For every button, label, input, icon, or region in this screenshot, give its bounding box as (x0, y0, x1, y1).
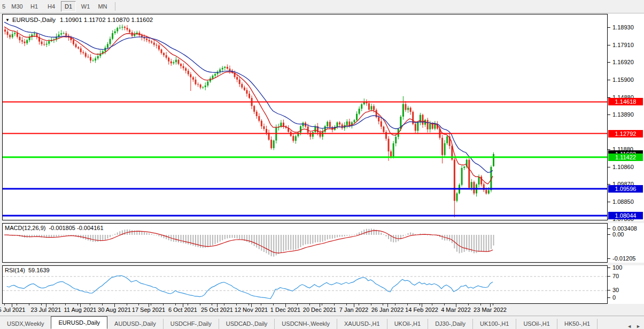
price-axis-label: 1.16920 (612, 59, 634, 65)
date-minor-tick (212, 304, 212, 305)
symbol-dropdown-icon[interactable]: ▼ (5, 18, 10, 22)
date-minor-tick (138, 304, 139, 305)
date-minor-tick (322, 304, 322, 305)
date-major-tick (456, 304, 456, 307)
axis-tick (608, 276, 610, 277)
timeframe-button-5[interactable]: 5 (0, 1, 7, 12)
date-label: 6 Oct 2021 (160, 307, 205, 313)
chart-tab-HK50-H1[interactable]: HK50-,H1 (557, 319, 598, 329)
date-minor-tick (200, 304, 200, 305)
macd-signal-line (4, 231, 493, 253)
axis-tick (608, 62, 610, 63)
date-major-tick (354, 304, 354, 307)
date-minor-tick (371, 304, 371, 305)
axis-tick (608, 258, 610, 259)
date-major-tick (46, 304, 46, 307)
horizontal-level-line-4 (3, 215, 607, 217)
timeframe-toolbar: 5M30H1H4D1W1MN (0, 0, 644, 13)
axis-tick (608, 27, 610, 28)
chart-tab-USDCNH-Weekly[interactable]: USDCNH-,Weekly (275, 319, 337, 329)
date-minor-tick (346, 304, 347, 305)
date-major-tick (251, 304, 252, 307)
date-minor-tick (102, 304, 103, 305)
date-major-tick (114, 304, 115, 307)
price-tag-1.11422: 1.11422 (608, 154, 643, 161)
date-minor-tick (432, 304, 432, 305)
rsi-indicator-panel[interactable]: RSI(14)59.1639 (2, 265, 608, 304)
price-axis-label: 1.17910 (612, 42, 634, 48)
timeframe-button-W1[interactable]: W1 (78, 1, 93, 12)
toolbar-separator (115, 2, 115, 11)
timeframe-button-MN[interactable]: MN (95, 1, 110, 12)
chart-ohlc-values: 1.10901 1.11702 1.10870 1.11602 (60, 17, 153, 23)
date-label: 12 Nov 2021 (229, 307, 274, 313)
mt4-window: { "toolbar": { "timeframes": [ {"label":… (0, 0, 644, 329)
price-tag-1.08044: 1.08044 (608, 212, 643, 219)
date-minor-tick (420, 304, 420, 305)
rsi-line (7, 276, 493, 299)
date-minor-tick (188, 304, 188, 305)
date-minor-tick (468, 304, 469, 305)
chart-tab-USOil-H1[interactable]: USOil-,H1 (516, 319, 557, 329)
timeframe-button-H1[interactable]: H1 (27, 1, 42, 12)
date-minor-tick (285, 304, 286, 305)
chart-tab-AUDUSD-Daily[interactable]: AUDUSD-,Daily (107, 319, 164, 329)
date-minor-tick (249, 304, 249, 305)
chart-tabs-bar: USDX,WeeklyEURUSD-,DailyAUDUSD-,DailyUSD… (0, 316, 644, 329)
chart-tab-UK100-H1[interactable]: UK100-,H1 (473, 319, 516, 329)
chart-tab-EURUSD-Daily[interactable]: EURUSD-,Daily (51, 316, 107, 329)
date-minor-tick (273, 304, 274, 305)
date-label: 17 Sep 2021 (126, 307, 171, 313)
rsi-canvas[interactable] (3, 266, 607, 303)
axis-tick (608, 45, 610, 45)
macd-axis-label: -0.01205 (612, 255, 635, 262)
price-axis-label: 1.18930 (612, 24, 634, 30)
date-major-tick (183, 304, 183, 307)
chart-tab-XAUUSD-H1[interactable]: XAUUSD-,H1 (337, 319, 387, 329)
axis-tick (608, 80, 610, 80)
price-chart-panel[interactable]: ▼EURUSD-,Daily1.10901 1.11702 1.10870 1.… (2, 14, 608, 220)
date-minor-tick (359, 304, 359, 305)
right-axis: 1.189301.179101.169201.159001.148801.138… (608, 0, 644, 329)
date-label: 30 Aug 2021 (92, 307, 137, 313)
date-label: 14 Feb 2022 (399, 307, 444, 313)
price-chart-canvas[interactable] (3, 14, 607, 220)
macd-indicator-panel[interactable]: MACD(12,26,9)-0.001805 -0.004161 (2, 223, 608, 263)
axis-tick (608, 290, 610, 290)
date-label: 7 Jan 2022 (331, 307, 376, 313)
date-minor-tick (65, 304, 66, 305)
date-minor-tick (224, 304, 224, 305)
price-axis-label: 1.13890 (612, 111, 634, 118)
date-minor-tick (41, 304, 42, 305)
date-label: 11 Aug 2021 (58, 307, 103, 313)
chart-title: ▼EURUSD-,Daily1.10901 1.11702 1.10870 1.… (5, 17, 153, 23)
axis-tick (608, 149, 610, 150)
timeframe-button-D1[interactable]: D1 (61, 1, 76, 12)
date-minor-tick (236, 304, 237, 305)
date-minor-tick (29, 304, 29, 305)
date-minor-tick (4, 304, 5, 305)
chart-tab-USDX-Weekly[interactable]: USDX,Weekly (0, 319, 51, 329)
date-minor-tick (395, 304, 395, 305)
horizontal-level-line-3 (3, 188, 607, 189)
timeframe-button-M30[interactable]: M30 (10, 1, 25, 12)
rsi-axis-label: 0 (612, 294, 616, 301)
date-label: 23 Mar 2022 (468, 307, 513, 313)
rsi-axis-label: 100 (612, 264, 622, 271)
rsi-value: 59.1639 (28, 267, 50, 273)
chart-tab-UKOil-H1[interactable]: UKOil-,H1 (387, 319, 429, 329)
timeframe-button-H4[interactable]: H4 (44, 1, 59, 12)
date-minor-tick (383, 304, 383, 305)
macd-label: MACD(12,26,9)-0.001805 -0.004161 (5, 225, 104, 231)
date-minor-tick (334, 304, 335, 305)
date-major-tick (285, 304, 286, 307)
date-minor-tick (77, 304, 78, 305)
date-label: 25 Oct 2021 (195, 307, 239, 313)
date-major-tick (490, 304, 491, 307)
chart-tab-USDCAD-Daily[interactable]: USDCAD-,Daily (219, 319, 275, 329)
date-label: 26 Jan 2022 (365, 307, 410, 313)
chart-tab-DJ30-Daily[interactable]: DJ30-,Daily (428, 319, 473, 329)
date-minor-tick (114, 304, 115, 305)
date-major-tick (387, 304, 388, 307)
chart-tab-USDCHF-Daily[interactable]: USDCHF-,Daily (164, 319, 219, 329)
